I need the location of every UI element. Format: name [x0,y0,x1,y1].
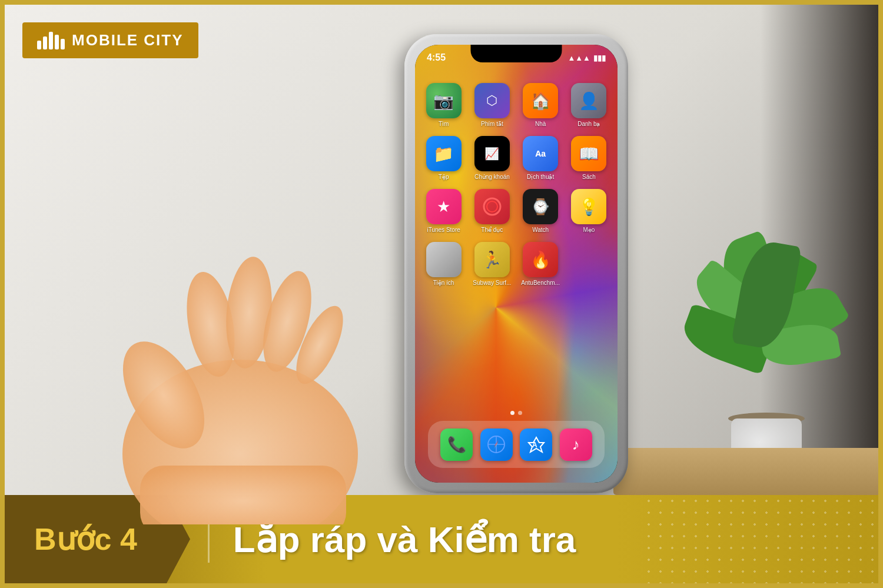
page-dot-active [510,411,514,415]
app-subway[interactable]: 🏃 Subway Surf... [472,242,512,286]
notch [471,45,562,62]
app-contacts[interactable]: 👤 Danh bạ [569,83,609,127]
page-indicator [510,411,522,415]
plant-decoration [684,242,849,477]
dots-pattern [643,495,878,583]
dock: 📞 A [428,421,605,468]
logo: MOBILE CITY [22,22,198,58]
svg-rect-14 [140,466,346,524]
app-grid: 📷 Tìm ⬡ Phím tắt 🏠 Nhà 👤 Danh bạ [415,77,618,292]
app-fitness[interactable]: Thể dục [472,189,512,233]
status-time: 4:55 [427,52,446,63]
phone: 4:55 ▲▲▲ ▮▮▮ 📷 Tìm ⬡ Phím tắt [404,34,652,517]
phone-screen: 4:55 ▲▲▲ ▮▮▮ 📷 Tìm ⬡ Phím tắt [415,45,618,483]
app-watch[interactable]: ⌚ Watch [521,189,560,233]
svg-point-1 [487,201,497,212]
logo-text: MOBILE CITY [72,31,184,49]
app-tips[interactable]: 💡 Mẹo [569,189,609,233]
status-icons: ▲▲▲ ▮▮▮ [567,54,606,62]
dock-appstore[interactable]: A [520,428,552,461]
battery-icon: ▮▮▮ [593,54,606,62]
svg-text:A: A [532,441,537,449]
page-dot-2 [518,411,522,415]
app-itunes[interactable]: ★ iTunes Store [424,189,463,233]
dock-phone[interactable]: 📞 [440,428,473,461]
table-surface [613,448,878,495]
app-camera[interactable]: 📷 Tìm [424,83,463,127]
app-antutu[interactable]: 🔥 AntuBenchm... [521,242,560,286]
phone-body: 4:55 ▲▲▲ ▮▮▮ 📷 Tìm ⬡ Phím tắt [404,34,628,493]
app-dict[interactable]: Aa Dịch thuật [521,136,560,180]
wifi-icon: ▲▲▲ [567,54,590,62]
dock-safari[interactable] [480,428,513,461]
step-label: Bước 4 [34,521,137,557]
app-files[interactable]: 📁 Tệp [424,136,463,180]
app-utilities[interactable]: Tiện ích [424,242,463,286]
main-scene: MOBILE CITY 4:55 ▲▲▲ ▮▮▮ [0,0,883,588]
app-books[interactable]: 📖 Sách [569,136,609,180]
app-stocks[interactable]: 📈 Chứng khoán [472,136,512,180]
app-shortcuts[interactable]: ⬡ Phím tắt [472,83,512,127]
dock-music[interactable]: ♪ [560,428,592,461]
hand [93,230,387,524]
app-home[interactable]: 🏠 Nhà [521,83,560,127]
logo-bars-icon [37,32,65,49]
